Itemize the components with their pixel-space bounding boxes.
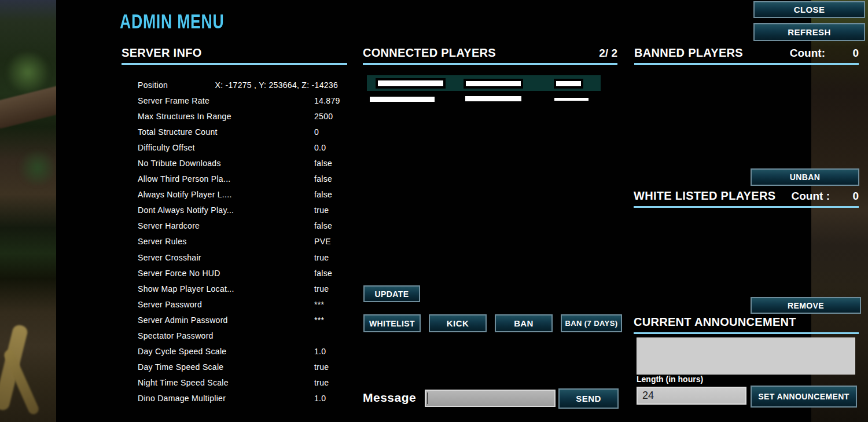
server-info-row: Server Hardcorefalse (138, 218, 338, 234)
info-value: 14.879 (314, 96, 340, 105)
send-button[interactable]: SEND (558, 388, 619, 409)
length-in-hours-label: Length (in hours) (637, 375, 703, 384)
refresh-button[interactable]: REFRESH (753, 23, 865, 41)
info-label: Server Crosshair (138, 253, 314, 262)
info-value: *** (314, 315, 324, 325)
whitelist-button[interactable]: WHITELIST (363, 314, 421, 332)
server-info-row: Difficulty Offset0.0 (138, 140, 338, 155)
info-value: true (314, 362, 329, 372)
info-label: Spectator Password (138, 331, 314, 340)
server-info-row: No Tribute Downloadsfalse (138, 155, 338, 171)
info-label: Dont Always Notify Play... (138, 206, 314, 215)
connected-players-heading: CONNECTED PLAYERS 2/ 2 (363, 46, 617, 65)
info-value: 0.0 (314, 143, 326, 152)
info-label: Show Map Player Locat... (138, 284, 314, 293)
message-label: Message (363, 391, 416, 405)
info-label: Server Admin Password (138, 315, 314, 325)
connected-count: 2/ 2 (584, 47, 617, 60)
redacted-player-name (464, 79, 523, 89)
server-info-row: PositionX: -17275 , Y: 253664, Z: -14236 (138, 77, 338, 93)
info-label: Allow Third Person Pla... (138, 174, 314, 184)
redacted-player-name (465, 96, 521, 101)
info-label: Server Force No HUD (138, 269, 314, 278)
server-info-row: Max Structures In Range2500 (138, 108, 338, 124)
update-button[interactable]: UPDATE (363, 285, 420, 302)
redacted-player-name (370, 97, 435, 102)
server-info-row: Night Time Speed Scaletrue (138, 375, 338, 391)
info-value: 2500 (314, 112, 333, 121)
info-value: 1.0 (314, 347, 326, 356)
server-info-list: PositionX: -17275 , Y: 253664, Z: -14236… (138, 77, 338, 406)
info-label: Always Notify Player L.... (138, 190, 314, 199)
unban-button[interactable]: UNBAN (751, 168, 859, 186)
section-title: CONNECTED PLAYERS (363, 46, 496, 60)
game-background-left (0, 0, 56, 422)
length-in-hours-input[interactable] (637, 387, 746, 405)
text-caret (427, 392, 428, 404)
announcement-textarea[interactable] (637, 337, 855, 375)
remove-button[interactable]: REMOVE (751, 297, 861, 314)
redacted-player-name (554, 79, 583, 89)
foliage-decoration (5, 52, 51, 93)
info-value: 1.0 (314, 394, 326, 403)
section-title: CURRENT ANNOUNCEMENT (634, 315, 796, 329)
info-value: false (314, 159, 332, 168)
page-title: ADMIN MENU (120, 10, 224, 33)
current-announcement-heading: CURRENT ANNOUNCEMENT (634, 315, 859, 334)
close-button[interactable]: CLOSE (753, 1, 865, 18)
redacted-player-name (554, 98, 589, 101)
info-value: 0 (314, 127, 319, 137)
server-info-row: Dont Always Notify Play...true (138, 203, 338, 218)
ban-button[interactable]: BAN (495, 314, 553, 332)
info-value: false (314, 221, 332, 230)
info-value: true (314, 284, 329, 293)
info-label: Position (138, 80, 168, 90)
info-label: Day Time Speed Scale (138, 362, 314, 372)
info-label: No Tribute Downloads (138, 159, 314, 168)
info-value: false (314, 174, 332, 184)
info-value: X: -17275 , Y: 253664, Z: -14236 (215, 80, 339, 90)
whitelisted-players-heading: WHITE LISTED PLAYERS Count : 0 (634, 189, 859, 208)
info-value: *** (314, 300, 324, 309)
info-label: Day Cycle Speed Scale (138, 347, 314, 356)
info-value: false (314, 190, 332, 199)
info-label: Max Structures In Range (138, 112, 314, 121)
info-label: Server Rules (138, 237, 314, 246)
message-input[interactable] (425, 390, 556, 407)
foliage-decoration (17, 151, 56, 185)
info-value: true (314, 206, 329, 215)
info-value: true (314, 253, 329, 262)
info-label: Server Hardcore (138, 221, 314, 230)
info-label: Difficulty Offset (138, 143, 314, 152)
section-title: WHITE LISTED PLAYERS (634, 189, 775, 203)
ban-7-days-button[interactable]: BAN (7 DAYS) (561, 314, 622, 332)
count-label: Count : (792, 190, 830, 203)
redacted-player-name (376, 78, 446, 89)
server-info-row: Total Structure Count0 (138, 124, 338, 140)
info-value: false (314, 269, 332, 278)
info-label: Dino Damage Multiplier (138, 394, 314, 403)
server-info-row: Server Admin Password*** (138, 312, 338, 328)
server-info-row: Show Map Player Locat...true (138, 281, 338, 296)
info-label: Server Password (138, 300, 314, 309)
info-label: Server Frame Rate (138, 96, 314, 105)
server-info-row: Server Force No HUDfalse (138, 265, 338, 281)
server-info-row: Always Notify Player L....false (138, 187, 338, 203)
info-value: PVE (314, 237, 331, 246)
count-label: Count: (790, 47, 825, 60)
set-announcement-button[interactable]: SET ANNOUNCEMENT (751, 386, 857, 408)
server-info-row: Dino Damage Multiplier1.0 (138, 391, 338, 406)
server-info-row: Day Cycle Speed Scale1.0 (138, 344, 338, 359)
server-info-row: Allow Third Person Pla...false (138, 171, 338, 187)
banned-players-heading: BANNED PLAYERS Count: 0 (634, 46, 859, 65)
info-value: true (314, 378, 329, 387)
kick-button[interactable]: KICK (429, 314, 487, 332)
whitelisted-count: 0 (830, 190, 859, 203)
server-info-heading: SERVER INFO (122, 46, 347, 65)
banned-count: 0 (825, 47, 859, 60)
info-label: Total Structure Count (138, 127, 314, 137)
server-info-row: Spectator Password (138, 328, 338, 344)
ark-admin-menu-screen: ADMIN MENU CLOSE REFRESH SERVER INFO Pos… (0, 0, 868, 422)
info-label: Night Time Speed Scale (138, 378, 314, 387)
server-info-row: Server RulesPVE (138, 234, 338, 249)
